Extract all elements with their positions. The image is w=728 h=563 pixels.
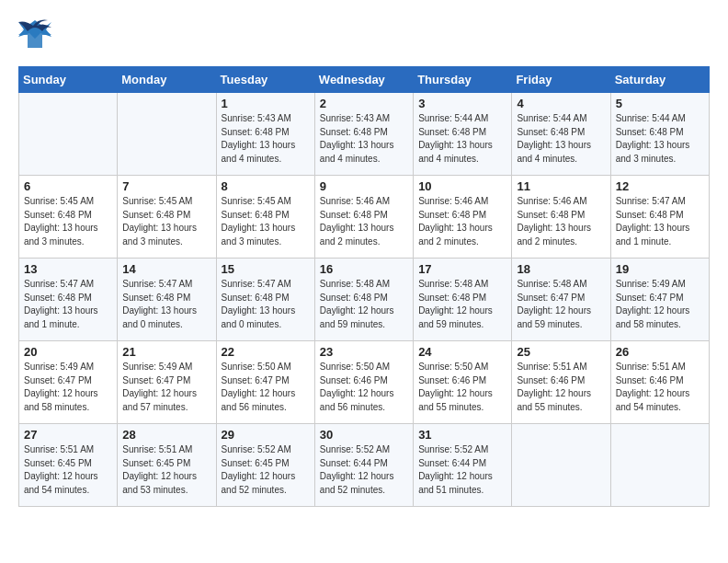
calendar-cell: 29Sunrise: 5:52 AM Sunset: 6:45 PM Dayli… <box>216 424 314 507</box>
calendar-cell: 8Sunrise: 5:45 AM Sunset: 6:48 PM Daylig… <box>216 176 314 259</box>
day-number: 19 <box>616 262 704 276</box>
day-number: 18 <box>517 262 605 276</box>
day-number: 7 <box>122 179 210 193</box>
day-info: Sunrise: 5:47 AM Sunset: 6:48 PM Dayligh… <box>616 195 704 248</box>
calendar-cell: 21Sunrise: 5:49 AM Sunset: 6:47 PM Dayli… <box>118 341 216 424</box>
day-info: Sunrise: 5:44 AM Sunset: 6:48 PM Dayligh… <box>418 112 506 166</box>
calendar-cell: 10Sunrise: 5:46 AM Sunset: 6:48 PM Dayli… <box>414 176 512 259</box>
day-info: Sunrise: 5:45 AM Sunset: 6:48 PM Dayligh… <box>24 195 112 248</box>
header-tuesday: Tuesday <box>216 67 314 93</box>
calendar-cell: 4Sunrise: 5:44 AM Sunset: 6:48 PM Daylig… <box>512 93 610 176</box>
header-saturday: Saturday <box>610 67 709 93</box>
calendar-cell: 18Sunrise: 5:48 AM Sunset: 6:47 PM Dayli… <box>512 259 610 341</box>
day-number: 24 <box>418 345 506 359</box>
calendar-cell: 17Sunrise: 5:48 AM Sunset: 6:48 PM Dayli… <box>414 259 512 341</box>
day-info: Sunrise: 5:47 AM Sunset: 6:48 PM Dayligh… <box>24 278 112 331</box>
day-info: Sunrise: 5:48 AM Sunset: 6:48 PM Dayligh… <box>418 278 506 331</box>
calendar-body: 1Sunrise: 5:43 AM Sunset: 6:48 PM Daylig… <box>19 93 710 507</box>
day-number: 30 <box>320 428 408 442</box>
day-info: Sunrise: 5:44 AM Sunset: 6:48 PM Dayligh… <box>517 112 605 166</box>
day-info: Sunrise: 5:47 AM Sunset: 6:48 PM Dayligh… <box>122 278 210 331</box>
day-info: Sunrise: 5:49 AM Sunset: 6:47 PM Dayligh… <box>616 278 704 331</box>
day-info: Sunrise: 5:51 AM Sunset: 6:46 PM Dayligh… <box>616 361 704 414</box>
day-info: Sunrise: 5:46 AM Sunset: 6:48 PM Dayligh… <box>418 195 506 248</box>
header-thursday: Thursday <box>414 67 512 93</box>
day-info: Sunrise: 5:48 AM Sunset: 6:47 PM Dayligh… <box>517 278 605 331</box>
day-number: 29 <box>222 428 310 442</box>
calendar-cell: 1Sunrise: 5:43 AM Sunset: 6:48 PM Daylig… <box>216 93 314 176</box>
week-row-2: 6Sunrise: 5:45 AM Sunset: 6:48 PM Daylig… <box>19 176 710 259</box>
day-info: Sunrise: 5:51 AM Sunset: 6:45 PM Dayligh… <box>24 443 112 497</box>
day-number: 14 <box>122 262 210 276</box>
calendar-cell: 23Sunrise: 5:50 AM Sunset: 6:46 PM Dayli… <box>314 341 413 424</box>
day-info: Sunrise: 5:50 AM Sunset: 6:47 PM Dayligh… <box>222 361 310 414</box>
day-number: 4 <box>517 97 605 110</box>
day-number: 8 <box>222 179 310 193</box>
day-info: Sunrise: 5:45 AM Sunset: 6:48 PM Dayligh… <box>222 195 310 248</box>
day-number: 25 <box>517 345 605 359</box>
day-number: 12 <box>616 179 704 193</box>
calendar-cell: 11Sunrise: 5:46 AM Sunset: 6:48 PM Dayli… <box>512 176 610 259</box>
calendar-cell: 12Sunrise: 5:47 AM Sunset: 6:48 PM Dayli… <box>610 176 709 259</box>
day-info: Sunrise: 5:46 AM Sunset: 6:48 PM Dayligh… <box>517 195 605 248</box>
day-number: 11 <box>517 179 605 193</box>
day-number: 17 <box>418 262 506 276</box>
calendar-cell <box>610 424 709 507</box>
day-number: 21 <box>122 345 210 359</box>
week-row-5: 27Sunrise: 5:51 AM Sunset: 6:45 PM Dayli… <box>19 424 710 507</box>
logo-icon <box>18 18 51 52</box>
day-info: Sunrise: 5:50 AM Sunset: 6:46 PM Dayligh… <box>418 361 506 414</box>
calendar-cell <box>512 424 610 507</box>
day-number: 2 <box>320 97 408 110</box>
calendar-cell: 15Sunrise: 5:47 AM Sunset: 6:48 PM Dayli… <box>216 259 314 341</box>
day-number: 27 <box>24 428 112 442</box>
day-number: 22 <box>222 345 310 359</box>
day-number: 31 <box>418 428 506 442</box>
calendar-cell: 22Sunrise: 5:50 AM Sunset: 6:47 PM Dayli… <box>216 341 314 424</box>
day-number: 5 <box>616 97 704 110</box>
day-info: Sunrise: 5:48 AM Sunset: 6:48 PM Dayligh… <box>320 278 408 331</box>
calendar-cell: 19Sunrise: 5:49 AM Sunset: 6:47 PM Dayli… <box>610 259 709 341</box>
calendar-header: SundayMondayTuesdayWednesdayThursdayFrid… <box>19 67 710 93</box>
calendar-cell <box>19 93 118 176</box>
header-sunday: Sunday <box>19 67 118 93</box>
day-info: Sunrise: 5:51 AM Sunset: 6:45 PM Dayligh… <box>122 443 210 497</box>
calendar-cell: 7Sunrise: 5:45 AM Sunset: 6:48 PM Daylig… <box>118 176 216 259</box>
header-monday: Monday <box>118 67 216 93</box>
calendar-cell: 24Sunrise: 5:50 AM Sunset: 6:46 PM Dayli… <box>414 341 512 424</box>
day-info: Sunrise: 5:45 AM Sunset: 6:48 PM Dayligh… <box>122 195 210 248</box>
day-number: 3 <box>418 97 506 110</box>
header-friday: Friday <box>512 67 610 93</box>
page-header <box>18 18 710 52</box>
calendar-cell: 31Sunrise: 5:52 AM Sunset: 6:44 PM Dayli… <box>414 424 512 507</box>
calendar-cell: 13Sunrise: 5:47 AM Sunset: 6:48 PM Dayli… <box>19 259 118 341</box>
day-info: Sunrise: 5:49 AM Sunset: 6:47 PM Dayligh… <box>24 361 112 414</box>
day-info: Sunrise: 5:50 AM Sunset: 6:46 PM Dayligh… <box>320 361 408 414</box>
day-number: 28 <box>122 428 210 442</box>
day-info: Sunrise: 5:46 AM Sunset: 6:48 PM Dayligh… <box>320 195 408 248</box>
calendar-cell: 25Sunrise: 5:51 AM Sunset: 6:46 PM Dayli… <box>512 341 610 424</box>
calendar-cell: 3Sunrise: 5:44 AM Sunset: 6:48 PM Daylig… <box>414 93 512 176</box>
day-info: Sunrise: 5:44 AM Sunset: 6:48 PM Dayligh… <box>616 112 704 166</box>
day-number: 16 <box>320 262 408 276</box>
calendar-cell: 9Sunrise: 5:46 AM Sunset: 6:48 PM Daylig… <box>314 176 413 259</box>
day-number: 10 <box>418 179 506 193</box>
calendar-table: SundayMondayTuesdayWednesdayThursdayFrid… <box>18 66 710 507</box>
day-number: 6 <box>24 179 112 193</box>
week-row-3: 13Sunrise: 5:47 AM Sunset: 6:48 PM Dayli… <box>19 259 710 341</box>
day-number: 9 <box>320 179 408 193</box>
day-number: 26 <box>616 345 704 359</box>
logo <box>18 18 57 52</box>
day-number: 23 <box>320 345 408 359</box>
day-number: 20 <box>24 345 112 359</box>
calendar-cell: 20Sunrise: 5:49 AM Sunset: 6:47 PM Dayli… <box>19 341 118 424</box>
day-info: Sunrise: 5:43 AM Sunset: 6:48 PM Dayligh… <box>222 112 310 166</box>
day-info: Sunrise: 5:52 AM Sunset: 6:44 PM Dayligh… <box>320 443 408 497</box>
calendar-cell: 6Sunrise: 5:45 AM Sunset: 6:48 PM Daylig… <box>19 176 118 259</box>
header-wednesday: Wednesday <box>314 67 413 93</box>
calendar-cell <box>118 93 216 176</box>
calendar-cell: 30Sunrise: 5:52 AM Sunset: 6:44 PM Dayli… <box>314 424 413 507</box>
calendar-cell: 16Sunrise: 5:48 AM Sunset: 6:48 PM Dayli… <box>314 259 413 341</box>
day-number: 1 <box>222 97 310 110</box>
calendar-cell: 28Sunrise: 5:51 AM Sunset: 6:45 PM Dayli… <box>118 424 216 507</box>
